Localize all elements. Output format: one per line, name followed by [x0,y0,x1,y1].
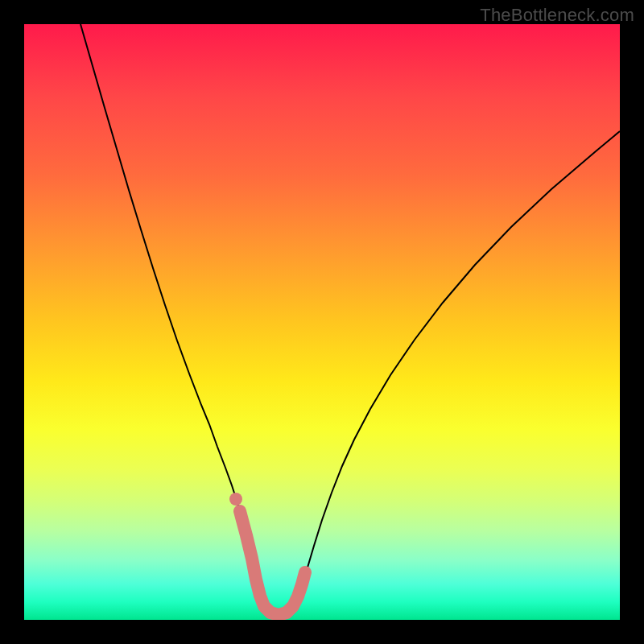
optimal-range-dot [229,493,242,506]
optimal-range-highlight [240,511,305,615]
chart-plot-area [24,24,620,620]
chart-overlay [24,24,620,620]
watermark-text: TheBottleneck.com [480,5,634,26]
bottleneck-curve [80,24,620,614]
